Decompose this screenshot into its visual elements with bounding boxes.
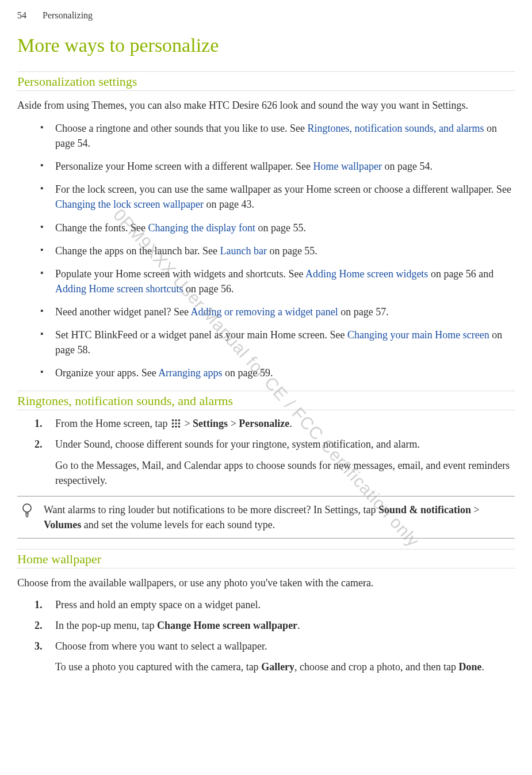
li-text: on page 55. (267, 245, 317, 257)
li-text: on page 56 and (428, 268, 493, 280)
sub-part: . (482, 661, 485, 673)
svg-rect-3 (172, 423, 174, 425)
link-display-font[interactable]: Changing the display font (148, 222, 255, 234)
tip-text: Want alarms to ring louder but notificat… (44, 504, 480, 530)
li-text: on page 56. (183, 283, 234, 295)
personalization-bullet-list: Choose a ringtone and other sounds that … (40, 121, 515, 380)
link-home-wallpaper[interactable]: Home wallpaper (313, 161, 382, 172)
page-title: More ways to personalize (17, 35, 515, 56)
done-label: Done (459, 661, 482, 673)
step-subtext: To use a photo you captured with the cam… (55, 659, 515, 674)
list-item: Populate your Home screen with widgets a… (40, 266, 515, 296)
personalize-label: Personalize (239, 418, 289, 429)
svg-rect-5 (178, 423, 180, 425)
li-text: on page 59. (223, 367, 273, 379)
step-text: Choose from where you want to select a w… (55, 640, 267, 652)
li-text: Change the apps on the launch bar. See (55, 245, 220, 257)
list-item: Under Sound, choose different sounds for… (35, 437, 515, 487)
svg-rect-7 (175, 426, 177, 427)
list-item: Choose a ringtone and other sounds that … (40, 121, 515, 151)
intro-paragraph: Aside from using Themes, you can also ma… (17, 98, 515, 113)
li-text: on page 43. (204, 198, 254, 210)
li-text: on page 57. (338, 306, 389, 318)
list-item: Need another widget panel? See Adding or… (40, 304, 515, 319)
tip-part: > (471, 504, 480, 516)
link-widget-panel[interactable]: Adding or removing a widget panel (190, 306, 338, 318)
running-header: 54 Personalizing (17, 10, 515, 21)
page-number: 54 (17, 10, 26, 20)
link-lock-screen-wallpaper[interactable]: Changing the lock screen wallpaper (55, 198, 204, 210)
volumes-label: Volumes (44, 519, 81, 530)
step-text: . (297, 620, 300, 631)
link-adding-shortcuts[interactable]: Adding Home screen shortcuts (55, 283, 183, 295)
li-text: For the lock screen, you can use the sam… (55, 184, 511, 195)
step-text: > (184, 418, 193, 429)
section-heading-personalization-settings: Personalization settings (17, 74, 515, 89)
tip-part: and set the volume levels for each sound… (81, 519, 275, 530)
svg-rect-1 (175, 419, 177, 421)
ringtones-steps: From the Home screen, tap > Settings > P… (35, 416, 515, 487)
list-item: From the Home screen, tap > Settings > P… (35, 416, 515, 431)
list-item: Choose from where you want to select a w… (35, 639, 515, 674)
step-text: From the Home screen, tap (55, 418, 170, 429)
link-arranging-apps[interactable]: Arranging apps (158, 367, 222, 379)
svg-rect-6 (172, 426, 174, 427)
step-text: > (228, 418, 239, 429)
svg-point-9 (23, 504, 31, 512)
section-heading-home-wallpaper: Home wallpaper (17, 552, 515, 567)
sub-part: To use a photo you captured with the cam… (55, 661, 261, 673)
section-heading-wrap: Personalization settings (17, 71, 515, 91)
li-text: Change the fonts. See (55, 222, 148, 234)
link-main-home-screen[interactable]: Changing your main Home screen (347, 329, 489, 341)
tip-part: Want alarms to ring louder but notificat… (44, 504, 378, 516)
sub-part: , choose and crop a photo, and then tap (294, 661, 458, 673)
li-text: Need another widget panel? See (55, 306, 190, 318)
svg-rect-4 (175, 423, 177, 425)
sound-notification-label: Sound & notification (378, 504, 471, 516)
list-item: Set HTC BlinkFeed or a widget panel as y… (40, 327, 515, 357)
step-text: . (289, 418, 292, 429)
section-heading-wrap: Ringtones, notification sounds, and alar… (17, 391, 515, 410)
home-wallpaper-intro: Choose from the available wallpapers, or… (17, 575, 515, 590)
step-text: In the pop-up menu, tap (55, 620, 157, 631)
step-subtext: Go to the Messages, Mail, and Calendar a… (55, 458, 515, 488)
settings-label: Settings (193, 418, 228, 429)
section-heading-ringtones: Ringtones, notification sounds, and alar… (17, 394, 515, 409)
li-text: Organize your apps. See (55, 367, 158, 379)
li-text: Personalize your Home screen with a diff… (55, 161, 313, 172)
header-section-name: Personalizing (43, 10, 93, 20)
list-item: Change the fonts. See Changing the displ… (40, 220, 515, 235)
gallery-label: Gallery (261, 661, 294, 673)
list-item: Personalize your Home screen with a diff… (40, 159, 515, 174)
li-text: on page 54. (382, 161, 433, 172)
link-ringtones[interactable]: Ringtones, notification sounds, and alar… (307, 123, 484, 134)
svg-rect-0 (172, 419, 174, 421)
change-wallpaper-label: Change Home screen wallpaper (157, 620, 297, 631)
li-text: Set HTC BlinkFeed or a widget panel as y… (55, 329, 347, 341)
li-text: Choose a ringtone and other sounds that … (55, 123, 307, 134)
list-item: For the lock screen, you can use the sam… (40, 182, 515, 212)
home-wallpaper-steps: Press and hold an empty space on a widge… (35, 597, 515, 674)
svg-rect-8 (178, 426, 180, 427)
li-text: on page 55. (255, 222, 306, 234)
list-item: Organize your apps. See Arranging apps o… (40, 365, 515, 380)
tip-callout: Want alarms to ring louder but notificat… (17, 496, 515, 539)
link-adding-widgets[interactable]: Adding Home screen widgets (305, 268, 428, 280)
lightbulb-icon (21, 502, 33, 521)
list-item: In the pop-up menu, tap Change Home scre… (35, 618, 515, 633)
list-item: Change the apps on the launch bar. See L… (40, 243, 515, 258)
step-text: Press and hold an empty space on a widge… (55, 599, 261, 610)
list-item: Press and hold an empty space on a widge… (35, 597, 515, 612)
section-heading-wrap: Home wallpaper (17, 549, 515, 568)
step-text: Under Sound, choose different sounds for… (55, 438, 420, 450)
link-launch-bar[interactable]: Launch bar (220, 245, 266, 257)
apps-grid-icon (171, 417, 181, 426)
page-root: 54 Personalizing More ways to personaliz… (0, 0, 532, 700)
svg-rect-2 (178, 419, 180, 421)
li-text: Populate your Home screen with widgets a… (55, 268, 305, 280)
